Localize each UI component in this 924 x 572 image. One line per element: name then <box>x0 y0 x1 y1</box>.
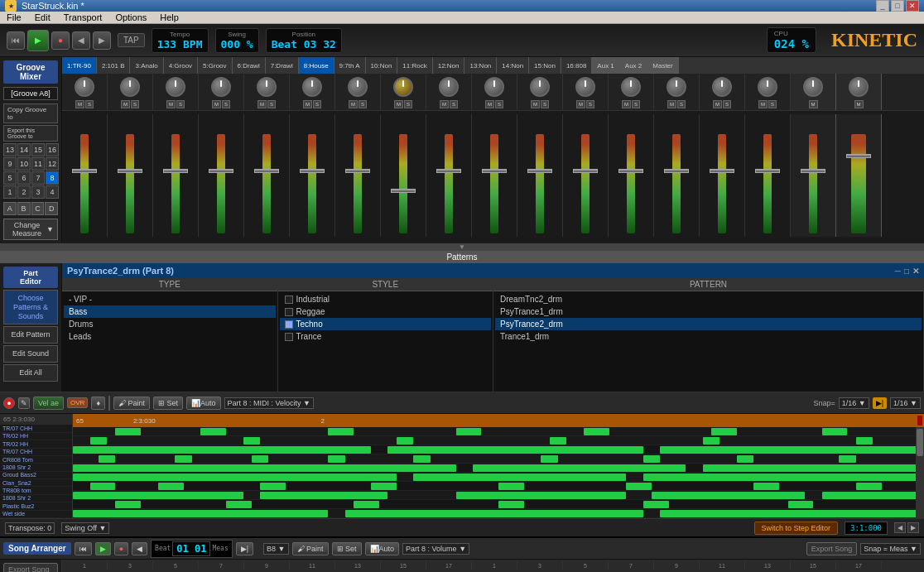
channel-tab-808[interactable]: 16:808 <box>561 57 592 74</box>
sa-set-button[interactable]: ⊞ Set <box>332 542 362 555</box>
record-button[interactable]: ● <box>51 31 70 50</box>
note-8-2[interactable] <box>260 492 387 499</box>
fader-handle-16[interactable] <box>755 169 780 173</box>
channel-tab-master[interactable]: Master <box>647 57 678 74</box>
channel-mute-14[interactable]: M <box>667 100 676 108</box>
note-7-2[interactable] <box>158 483 184 490</box>
key-row-8[interactable]: Clan_Sna2 <box>0 479 72 487</box>
type-item-drums[interactable]: Drums <box>64 318 276 330</box>
channel-tab-none15[interactable]: 15:Non <box>529 57 561 74</box>
switch-to-step-button[interactable]: Switch to Step Editor <box>754 522 839 535</box>
channel-mute-2[interactable]: M <box>121 100 130 108</box>
channel-solo-7[interactable]: S <box>359 100 367 108</box>
menu-edit[interactable]: Edit <box>31 12 54 23</box>
fader-handle-7[interactable] <box>345 169 370 173</box>
channel-solo-4[interactable]: S <box>222 100 230 108</box>
pr-nav-left[interactable]: ◀ <box>894 522 906 533</box>
style-item-trance[interactable]: Trance <box>280 330 492 343</box>
note-4-8[interactable] <box>737 455 754 463</box>
channel-solo-13[interactable]: S <box>632 100 640 108</box>
channel-tab-none13[interactable]: 13:Non <box>464 57 497 74</box>
pattern-item-dreamtnc2[interactable]: DreamTnc2_drm <box>495 293 922 305</box>
copy-groove-button[interactable]: Copy Groove to <box>3 103 58 123</box>
channel-knob-4[interactable] <box>211 77 231 97</box>
sa-back-button[interactable]: ◀ <box>132 542 147 555</box>
channel-tab-aux2[interactable]: Aux 2 <box>620 57 647 74</box>
channel-tab-aux1[interactable]: Aux 1 <box>592 57 619 74</box>
tempo-icon-button[interactable]: ▶| <box>873 397 887 409</box>
note-3-2[interactable] <box>387 446 642 454</box>
channel-knob-7[interactable] <box>348 77 368 97</box>
note-2-2[interactable] <box>243 437 261 445</box>
groove-num-3[interactable]: 3 <box>31 185 45 199</box>
fader-handle-9[interactable] <box>436 169 461 173</box>
type-item-bass[interactable]: Bass <box>64 305 276 318</box>
play-button[interactable]: ▶ <box>27 30 49 51</box>
note-10-1[interactable] <box>73 510 328 517</box>
menu-transport[interactable]: Transport <box>60 12 106 23</box>
note-4-2[interactable] <box>175 455 192 463</box>
auto-button[interactable]: 📊Auto <box>186 397 221 410</box>
minimize-button[interactable]: _ <box>876 0 889 12</box>
part-velocity-select[interactable]: Part 8 : MIDI : Velocity ▼ <box>224 397 314 409</box>
note-2-5[interactable] <box>703 437 720 445</box>
channel-knob-15[interactable] <box>712 77 732 97</box>
note-8-5[interactable] <box>822 492 924 499</box>
note-9-5[interactable] <box>643 501 669 508</box>
channel-tab-none10[interactable]: 10:Non <box>366 57 398 74</box>
channel-tab-analo[interactable]: 3:Analo <box>130 57 163 74</box>
note-2-4[interactable] <box>550 437 567 445</box>
note-3-1[interactable] <box>73 446 371 454</box>
channel-solo-5[interactable]: S <box>267 100 276 108</box>
note-5-2[interactable] <box>473 464 686 472</box>
note-1-4[interactable] <box>456 428 482 435</box>
channel-mute-13[interactable]: M <box>622 100 631 108</box>
fader-handle-11[interactable] <box>527 169 552 173</box>
channel-tab-drawl7[interactable]: 7:Drawl <box>266 57 299 74</box>
piano-roll-grid[interactable]: 65 2:3:030 2 <box>73 414 924 518</box>
channel-knob-5[interactable] <box>257 77 277 97</box>
key-row-3[interactable]: TR/02 HH <box>0 440 72 448</box>
channel-solo-10[interactable]: S <box>495 100 503 108</box>
sa-preset-select[interactable]: B8 ▼ <box>263 543 288 555</box>
note-4-1[interactable] <box>99 455 116 463</box>
export-song-button[interactable]: Export Song <box>806 542 858 555</box>
fader-handle-3[interactable] <box>163 169 188 173</box>
change-measure-button[interactable]: Change Measure ▼ <box>3 219 58 240</box>
channel-tab-none12[interactable]: 12:Non <box>433 57 465 74</box>
groove-letter-c[interactable]: C <box>31 202 45 215</box>
note-4-9[interactable] <box>839 455 856 463</box>
note-7-5[interactable] <box>498 483 524 490</box>
key-row-4[interactable]: TR/07 CHH <box>0 449 72 456</box>
note-7-3[interactable] <box>260 483 286 490</box>
groove-num-12[interactable]: 12 <box>46 157 59 171</box>
fader-handle-5[interactable] <box>254 169 279 173</box>
sa-play-button[interactable]: ▶ <box>95 542 111 555</box>
pe-minimize-icon[interactable]: ─ <box>895 267 901 276</box>
note-1-1[interactable] <box>115 428 141 435</box>
channel-knob-8[interactable] <box>393 77 413 97</box>
note-9-4[interactable] <box>498 501 524 508</box>
fader-handle-6[interactable] <box>300 169 325 173</box>
grid-content[interactable] <box>73 427 924 518</box>
key-row-1[interactable]: TR/07 CHH <box>0 425 72 432</box>
channel-knob-aux1[interactable] <box>803 77 823 97</box>
note-9-6[interactable] <box>788 501 814 508</box>
channel-tab-groov4[interactable]: 4:Groov <box>164 57 198 74</box>
note-10-3[interactable] <box>660 510 924 517</box>
note-7-8[interactable] <box>856 483 882 490</box>
channel-knob-2[interactable] <box>120 77 140 97</box>
groove-num-7[interactable]: 7 <box>31 171 45 185</box>
style-item-techno[interactable]: Techno <box>280 318 492 330</box>
groove-num-11[interactable]: 11 <box>31 157 45 171</box>
note-1-6[interactable] <box>711 428 737 435</box>
groove-num-16[interactable]: 16 <box>46 143 59 156</box>
channel-knob-14[interactable] <box>667 77 686 97</box>
channel-tab-groov5[interactable]: 5:Groov <box>198 57 232 74</box>
note-9-2[interactable] <box>226 501 252 508</box>
channel-mute-aux1[interactable]: M <box>809 100 818 108</box>
sa-export-button[interactable]: Export Song <box>3 563 58 572</box>
channel-tab-rock11[interactable]: 11:Rock <box>397 57 432 74</box>
vertical-scrollbar[interactable] <box>916 427 924 518</box>
channel-tab-none14[interactable]: 14:Non <box>497 57 529 74</box>
